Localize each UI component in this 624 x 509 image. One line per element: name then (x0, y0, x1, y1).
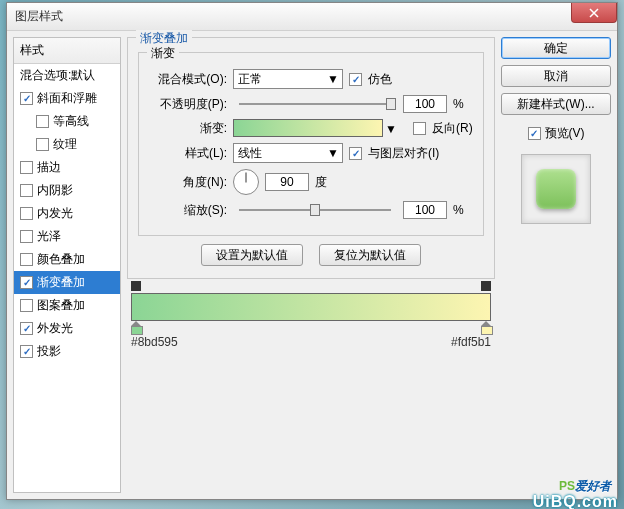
angle-label: 角度(N): (149, 174, 227, 191)
gradient-preview[interactable]: ▼ (233, 119, 383, 137)
dialog-content: 样式 混合选项:默认 斜面和浮雕 等高线 纹理 描边 内阴影 内发光 光泽 颜色… (7, 31, 617, 499)
preview-label: 预览(V) (545, 125, 585, 142)
scale-slider[interactable] (239, 209, 391, 211)
hex-right: #fdf5b1 (451, 335, 491, 349)
reset-default-button[interactable]: 复位为默认值 (319, 244, 421, 266)
titlebar[interactable]: 图层样式 (7, 3, 617, 31)
opacity-value[interactable]: 100 (403, 95, 447, 113)
dither-checkbox[interactable] (349, 73, 362, 86)
hex-left: #8bd595 (131, 335, 178, 349)
chevron-down-icon: ▼ (326, 146, 340, 160)
checkbox-icon[interactable] (36, 138, 49, 151)
preview-checkbox[interactable] (528, 127, 541, 140)
slider-thumb[interactable] (310, 204, 320, 216)
ok-button[interactable]: 确定 (501, 37, 611, 59)
gradient-editor: #8bd595 #fdf5b1 (127, 293, 495, 349)
gradient-bar-wrap (131, 293, 491, 321)
preview-box (521, 154, 591, 224)
checkbox-icon[interactable] (20, 161, 33, 174)
reverse-checkbox[interactable] (413, 122, 426, 135)
checkbox-icon[interactable] (36, 115, 49, 128)
cancel-button[interactable]: 取消 (501, 65, 611, 87)
sidebar-item-outer-glow[interactable]: 外发光 (14, 317, 120, 340)
row-opacity: 不透明度(P): 100 % (149, 95, 473, 113)
group-legend: 渐变 (147, 45, 179, 62)
new-style-button[interactable]: 新建样式(W)... (501, 93, 611, 115)
opacity-stop-right[interactable] (481, 281, 491, 291)
main-panel: 渐变叠加 渐变 混合模式(O): 正常 ▼ 仿色 不透明度(P): (127, 37, 495, 493)
watermark-site: UiBQ.com (533, 493, 618, 509)
gradient-bar[interactable] (131, 293, 491, 321)
row-angle: 角度(N): 90 度 (149, 169, 473, 195)
row-gradient: 渐变: ▼ 反向(R) (149, 119, 473, 137)
sidebar-item-stroke[interactable]: 描边 (14, 156, 120, 179)
sidebar-item-color-overlay[interactable]: 颜色叠加 (14, 248, 120, 271)
checkbox-icon[interactable] (20, 184, 33, 197)
hex-labels: #8bd595 #fdf5b1 (131, 335, 491, 349)
sidebar-item-satin[interactable]: 光泽 (14, 225, 120, 248)
checkbox-icon[interactable] (20, 253, 33, 266)
angle-dial[interactable] (233, 169, 259, 195)
blend-mode-label: 混合模式(O): (149, 71, 227, 88)
sidebar-item-pattern-overlay[interactable]: 图案叠加 (14, 294, 120, 317)
checkbox-icon[interactable] (20, 345, 33, 358)
checkbox-icon[interactable] (20, 322, 33, 335)
checkbox-icon[interactable] (20, 276, 33, 289)
blend-mode-select[interactable]: 正常 ▼ (233, 69, 343, 89)
default-buttons-row: 设置为默认值 复位为默认值 (138, 244, 484, 266)
opacity-label: 不透明度(P): (149, 96, 227, 113)
color-stop-left[interactable] (131, 321, 141, 333)
gradient-group: 渐变 混合模式(O): 正常 ▼ 仿色 不透明度(P): 100 (138, 52, 484, 236)
checkbox-icon[interactable] (20, 230, 33, 243)
checkbox-icon[interactable] (20, 207, 33, 220)
row-style: 样式(L): 线性 ▼ 与图层对齐(I) (149, 143, 473, 163)
color-stop-right[interactable] (481, 321, 491, 333)
sidebar-item-bevel[interactable]: 斜面和浮雕 (14, 87, 120, 110)
gradient-overlay-fieldset: 渐变叠加 渐变 混合模式(O): 正常 ▼ 仿色 不透明度(P): (127, 37, 495, 279)
reverse-label: 反向(R) (432, 120, 473, 137)
scale-value[interactable]: 100 (403, 201, 447, 219)
set-default-button[interactable]: 设置为默认值 (201, 244, 303, 266)
sidebar-item-gradient-overlay[interactable]: 渐变叠加 (14, 271, 120, 294)
preview-thumbnail (536, 169, 576, 209)
style-label: 样式(L): (149, 145, 227, 162)
layer-style-dialog: 图层样式 样式 混合选项:默认 斜面和浮雕 等高线 纹理 描边 内阴影 内发光 … (6, 2, 618, 500)
styles-sidebar: 样式 混合选项:默认 斜面和浮雕 等高线 纹理 描边 内阴影 内发光 光泽 颜色… (13, 37, 121, 493)
preview-checkbox-row: 预览(V) (501, 125, 611, 142)
sidebar-blend-defaults[interactable]: 混合选项:默认 (14, 64, 120, 87)
sidebar-item-inner-shadow[interactable]: 内阴影 (14, 179, 120, 202)
sidebar-item-inner-glow[interactable]: 内发光 (14, 202, 120, 225)
close-icon (589, 8, 599, 18)
close-button[interactable] (571, 3, 617, 23)
scale-label: 缩放(S): (149, 202, 227, 219)
slider-thumb[interactable] (386, 98, 396, 110)
align-label: 与图层对齐(I) (368, 145, 439, 162)
opacity-stop-left[interactable] (131, 281, 141, 291)
row-blend-mode: 混合模式(O): 正常 ▼ 仿色 (149, 69, 473, 89)
chevron-down-icon: ▼ (326, 72, 340, 86)
angle-unit: 度 (315, 174, 335, 191)
gradient-label: 渐变: (149, 120, 227, 137)
chevron-down-icon[interactable]: ▼ (384, 122, 398, 136)
opacity-unit: % (453, 97, 473, 111)
row-scale: 缩放(S): 100 % (149, 201, 473, 219)
checkbox-icon[interactable] (20, 92, 33, 105)
sidebar-item-texture[interactable]: 纹理 (14, 133, 120, 156)
right-column: 确定 取消 新建样式(W)... 预览(V) (501, 37, 611, 493)
sidebar-header: 样式 (14, 38, 120, 64)
angle-value[interactable]: 90 (265, 173, 309, 191)
align-checkbox[interactable] (349, 147, 362, 160)
dither-label: 仿色 (368, 71, 392, 88)
checkbox-icon[interactable] (20, 299, 33, 312)
sidebar-item-contour[interactable]: 等高线 (14, 110, 120, 133)
scale-unit: % (453, 203, 473, 217)
sidebar-item-drop-shadow[interactable]: 投影 (14, 340, 120, 363)
opacity-slider[interactable] (239, 103, 391, 105)
style-select[interactable]: 线性 ▼ (233, 143, 343, 163)
window-title: 图层样式 (15, 8, 63, 25)
